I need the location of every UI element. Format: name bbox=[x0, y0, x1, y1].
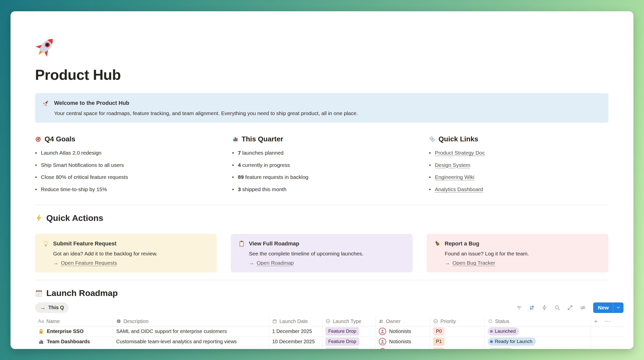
calendar-icon bbox=[272, 319, 277, 324]
expand-icon[interactable] bbox=[567, 305, 573, 311]
row-launch-date: 15 December 2025 bbox=[269, 347, 323, 349]
spiral-calendar-icon bbox=[35, 289, 43, 297]
page-title: Product Hub bbox=[35, 66, 608, 83]
list-item: •Close 80% of critical feature requests bbox=[35, 173, 215, 182]
list-item: •Engineering Wiki bbox=[429, 173, 608, 182]
launch-roadmap-table: AaName Description Launch Date Launch Ty… bbox=[35, 316, 623, 349]
card-title: Report a Bug bbox=[445, 240, 479, 247]
row-launch-date: 1 December 2025 bbox=[269, 326, 323, 336]
callout-body: Your central space for roadmaps, feature… bbox=[54, 110, 358, 116]
text-icon: Aa bbox=[38, 318, 44, 324]
card-title: View Full Roadmap bbox=[249, 240, 299, 247]
page-icon[interactable] bbox=[35, 36, 608, 57]
bug-icon bbox=[434, 240, 441, 247]
table-row[interactable]: Enterprise SSO SAML and OIDC support for… bbox=[35, 326, 623, 337]
section-title: Quick Links bbox=[438, 135, 478, 143]
section-title: This Quarter bbox=[242, 135, 283, 143]
search-icon[interactable] bbox=[554, 305, 560, 311]
status-icon bbox=[488, 319, 493, 324]
zap-icon[interactable] bbox=[542, 305, 548, 311]
bar-chart-icon bbox=[232, 136, 239, 142]
list-item: •Launch Atlas 2.0 redesign bbox=[35, 149, 215, 157]
list-item: •Ship Smart Notifications to all users bbox=[35, 161, 215, 170]
target-icon bbox=[35, 136, 42, 142]
filter-icon[interactable] bbox=[516, 305, 522, 311]
report-a-bug-card: Report a Bug Found an issue? Log it for … bbox=[427, 234, 608, 272]
link-design-system[interactable]: Design System bbox=[435, 161, 470, 170]
lock-icon bbox=[38, 328, 44, 334]
settings-icon[interactable] bbox=[580, 305, 586, 311]
status-badge: Ready for Launch bbox=[488, 337, 536, 346]
divider bbox=[35, 280, 608, 280]
card-body: Got an idea? Add it to the backlog for r… bbox=[53, 251, 209, 257]
owner-name: Notionists bbox=[389, 339, 411, 344]
table-row[interactable]: Team Dashboards Customisable team-level … bbox=[35, 337, 623, 347]
column-header-owner[interactable]: Owner bbox=[376, 316, 430, 326]
priority-badge: P1 bbox=[433, 337, 444, 346]
row-name: Team Dashboards bbox=[47, 339, 90, 344]
zap-icon bbox=[35, 214, 43, 222]
list-item: •Product Strategy Doc bbox=[429, 149, 608, 157]
open-feature-requests-link[interactable]: Open Feature Requests bbox=[61, 260, 117, 266]
new-button-label[interactable]: New bbox=[593, 302, 613, 313]
launch-type-badge: Feature Drop bbox=[326, 327, 359, 335]
clipboard-icon bbox=[238, 240, 245, 247]
list-item: •Design System bbox=[429, 161, 608, 170]
row-name: Enterprise SSO bbox=[47, 328, 84, 334]
quick-actions-heading: Quick Actions bbox=[35, 213, 608, 223]
column-header-name[interactable]: AaName bbox=[35, 316, 113, 326]
view-tab-label: This Q bbox=[48, 305, 64, 310]
arrow-right-icon: → bbox=[53, 260, 58, 266]
card-body: See the complete timeline of upcoming la… bbox=[249, 251, 405, 257]
arrow-right-icon: → bbox=[40, 304, 46, 311]
info-icon bbox=[116, 319, 121, 324]
column-header-status[interactable]: Status bbox=[485, 316, 591, 326]
launch-type-badge: Feature Drop bbox=[326, 337, 359, 346]
select-icon bbox=[433, 319, 438, 324]
row-description: SAML and OIDC support for enterprise cus… bbox=[113, 326, 269, 336]
column-header-description[interactable]: Description bbox=[113, 316, 269, 326]
column-header-launch-type[interactable]: Launch Type bbox=[323, 316, 376, 326]
table-row[interactable]: Smart Notifications AI-powered notificat… bbox=[35, 347, 623, 349]
page-card: Product Hub Welcome to the Product Hub Y… bbox=[11, 11, 633, 349]
rocket-icon bbox=[35, 36, 56, 57]
list-item: •Analytics Dashboard bbox=[429, 185, 608, 194]
sort-icon[interactable] bbox=[529, 305, 535, 311]
section-title: Q4 Goals bbox=[45, 135, 75, 143]
add-column-button[interactable]: + bbox=[594, 318, 598, 324]
link-analytics-dashboard[interactable]: Analytics Dashboard bbox=[435, 185, 483, 194]
status-dot bbox=[490, 340, 493, 343]
column-header-priority[interactable]: Priority bbox=[430, 316, 485, 326]
people-icon bbox=[379, 319, 384, 324]
column-header-launch-date[interactable]: Launch Date bbox=[269, 316, 323, 326]
arrow-right-icon: → bbox=[249, 260, 254, 266]
status-dot bbox=[490, 330, 493, 333]
new-button[interactable]: New bbox=[593, 302, 623, 313]
select-icon bbox=[326, 319, 331, 324]
list-item: •3 shipped this month bbox=[232, 185, 412, 194]
chevron-down-icon bbox=[616, 305, 621, 310]
avatar bbox=[379, 327, 386, 335]
priority-badge: P1 bbox=[433, 348, 444, 349]
new-dropdown[interactable] bbox=[613, 302, 623, 313]
more-options-button[interactable]: ⋯ bbox=[604, 318, 610, 324]
open-bug-tracker-link[interactable]: Open Bug Tracker bbox=[452, 260, 495, 266]
view-tab-this-q[interactable]: → This Q bbox=[35, 302, 69, 313]
divider bbox=[35, 205, 608, 205]
q4-goals-column: Q4 Goals •Launch Atlas 2.0 redesign •Shi… bbox=[35, 135, 215, 197]
row-extra bbox=[591, 337, 623, 347]
list-item: •89 feature requests in backlog bbox=[232, 173, 412, 182]
card-body: Found an issue? Log it for the team. bbox=[445, 251, 601, 257]
bulb-icon bbox=[43, 240, 49, 247]
open-roadmap-link[interactable]: Open Roadmap bbox=[257, 260, 294, 266]
link-engineering-wiki[interactable]: Engineering Wiki bbox=[435, 173, 474, 182]
row-extra bbox=[591, 347, 623, 349]
owner-name: Notionists bbox=[389, 328, 411, 334]
link-product-strategy-doc[interactable]: Product Strategy Doc bbox=[435, 149, 485, 157]
table-header-row: AaName Description Launch Date Launch Ty… bbox=[35, 316, 623, 326]
priority-badge: P0 bbox=[433, 327, 444, 335]
view-full-roadmap-card: View Full Roadmap See the complete timel… bbox=[231, 234, 413, 272]
status-badge: Launched bbox=[488, 327, 519, 335]
list-item: •7 launches planned bbox=[232, 149, 412, 157]
list-item: •4 currently in progress bbox=[232, 161, 412, 170]
